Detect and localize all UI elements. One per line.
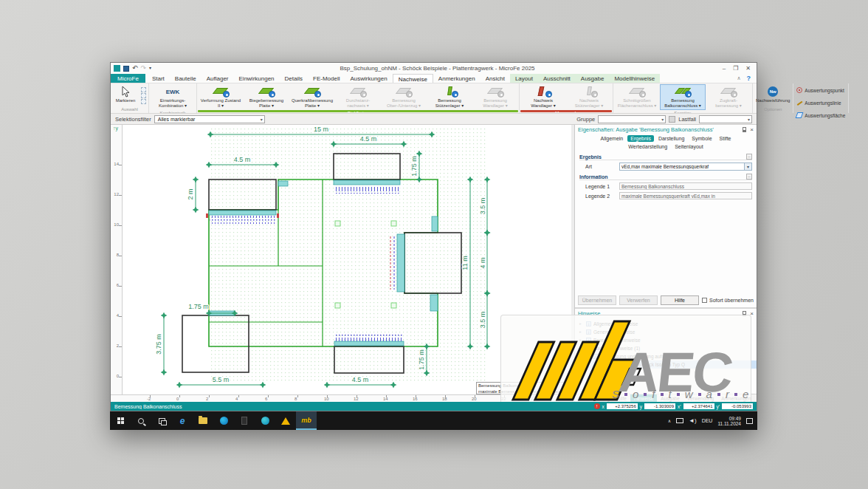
collapse-icon[interactable]: – — [746, 154, 752, 160]
tab-nachweise[interactable]: Nachweise — [393, 74, 433, 83]
ruler-label: 12 — [114, 192, 119, 196]
coord-label: y' — [717, 404, 720, 409]
tab-start[interactable]: Start — [147, 74, 170, 83]
close-panel-icon[interactable]: × — [750, 126, 754, 133]
properties-tab-stifte[interactable]: Stifte — [717, 135, 734, 142]
projektmanager-icon[interactable] — [275, 411, 296, 430]
evpoint-icon — [796, 84, 802, 96]
software-text: Software — [612, 388, 748, 400]
task-view-icon[interactable] — [151, 411, 172, 430]
ribbon: MarkierenAuswahlEWKEinwirkungs-Kombinati… — [111, 83, 757, 114]
sofort-uebernehmen-checkbox[interactable] — [702, 298, 707, 303]
legende1-field[interactable]: Bemessung Balkonanschluss — [619, 182, 752, 190]
tab-auswirkungen[interactable]: Auswirkungen — [345, 74, 392, 83]
close-button[interactable]: ✕ — [745, 65, 751, 72]
hilfe-button[interactable]: Hilfe — [661, 295, 699, 305]
ruler-label: 0 — [117, 374, 119, 378]
coord-label: x' — [678, 404, 681, 409]
language-indicator[interactable]: DEU — [702, 418, 713, 423]
properties-tab-wertedarstellung[interactable]: Wertedarstellung — [625, 143, 670, 150]
tab-modellhinweise[interactable]: Modellhinweise — [609, 74, 660, 83]
ewk-icon: EWK — [166, 86, 180, 98]
svg-text:4.5 m: 4.5 m — [234, 156, 251, 163]
properties-tabs-row2: WertedarstellungSeitenlayout — [575, 143, 757, 151]
help-icon[interactable]: ? — [747, 75, 751, 82]
internet-explorer-icon[interactable]: e — [172, 411, 193, 430]
start-button[interactable] — [110, 411, 131, 430]
ribbon-button-biegebemessung-platte[interactable]: Biegebemessung Platte ▾ — [244, 84, 289, 110]
properties-tab-seitenlayout[interactable]: Seitenlayout — [672, 143, 706, 150]
system-tray: ∧ ◄) DEU 09:49 11.11.2024 — [668, 411, 757, 430]
group-filter-icon[interactable] — [669, 116, 675, 123]
collapse-icon[interactable]: – — [746, 174, 752, 179]
display-icon[interactable] — [676, 418, 683, 423]
tab-bauteile[interactable]: Bauteile — [170, 74, 202, 83]
edge-icon[interactable] — [213, 411, 234, 430]
tab-einwirkungen[interactable]: Einwirkungen — [234, 74, 280, 83]
svg-text:2 m: 2 m — [187, 188, 194, 199]
ribbon-button-verformung-zustand-ii[interactable]: Verformung Zustand II ▾ — [198, 84, 244, 110]
violet-square-icon — [698, 393, 701, 396]
selection-filter-dropdown[interactable]: Alles markierbar ▾ — [154, 115, 265, 123]
tab-layout[interactable]: Layout — [510, 74, 538, 83]
ribbon-button-querkraftbemessung-platte[interactable]: Querkraftbemessung Platte ▾ — [289, 84, 335, 110]
properties-tab-allgemein[interactable]: Allgemein — [598, 135, 627, 142]
tab-details[interactable]: Details — [280, 74, 308, 83]
restore-button[interactable]: ❐ — [733, 65, 738, 72]
speaker-icon[interactable]: ◄) — [689, 417, 697, 424]
tab-ansicht[interactable]: Ansicht — [480, 74, 510, 83]
gruppe-dropdown[interactable]: ▾ — [598, 115, 666, 123]
minimize-button[interactable]: – — [723, 65, 726, 72]
properties-tabs-row1: AllgemeinErgebnisDarstellungSymboleStift… — [575, 134, 757, 143]
ribbon-button-einwirkungs-kombination[interactable]: EWKEinwirkungs-Kombination ▾ — [150, 84, 196, 110]
tab-auflager[interactable]: Auflager — [202, 74, 234, 83]
ribbon-button-auswertungsfläche[interactable]: Auswertungsfläche — [794, 109, 847, 121]
tab-ausschnitt[interactable]: Ausschnitt — [538, 74, 576, 83]
undo-icon[interactable]: ↶ — [132, 65, 138, 72]
svg-text:4.5 m: 4.5 m — [360, 135, 377, 143]
tab-fe-modell[interactable]: FE-Modell — [308, 74, 345, 83]
ribbon-button-markieren[interactable]: Markieren — [111, 84, 140, 106]
ribbon-button-bemessung-stützenlager[interactable]: Bemessung Stützenlager ▾ — [427, 84, 472, 110]
ribbon-button-nachweis-wandlager[interactable]: Nachweis Wandlager ▾ — [520, 84, 566, 110]
ribbon-button-label: Auswertungsfläche — [805, 113, 845, 118]
lastfall-dropdown[interactable]: ▾ — [699, 115, 752, 123]
ribbon-button-bemessung-balkonanschluss[interactable]: Bemessung Balkonanschluss ▾ — [660, 84, 706, 110]
time: 09:49 — [717, 416, 741, 421]
tab-microfe[interactable]: MicroFe — [111, 74, 145, 83]
properties-tab-ergebnis[interactable]: Ergebnis — [627, 135, 654, 142]
ribbon-button-label: Nachweis Stützenlager ▾ — [568, 98, 610, 109]
file-explorer-icon[interactable] — [193, 411, 213, 430]
ribbon-button-label: Zugkraft- bemessung ▾ — [708, 98, 749, 109]
action-center-icon[interactable] — [746, 418, 753, 424]
ruler-label: 14 — [114, 162, 119, 166]
section-label: Information — [579, 174, 746, 179]
qat-dropdown-icon[interactable]: ▾ — [149, 65, 151, 72]
ribbon-group-caption: Optionen — [753, 106, 793, 113]
ribbon-collapse-icon[interactable]: ∧ — [737, 75, 740, 81]
section-ergebnis: Ergebnis – — [579, 154, 752, 160]
browser-icon[interactable] — [255, 411, 275, 430]
properties-header: Eigenschaften: Ausgabe 'Bemessung Balkon… — [575, 125, 757, 134]
search-icon[interactable] — [131, 411, 151, 430]
properties-tab-symbole[interactable]: Symbole — [689, 135, 714, 142]
legende2-field[interactable]: maximale Bemessungsquerkraft vEd,max in — [619, 192, 752, 199]
app-icon[interactable] — [114, 65, 120, 72]
ribbon-button-nachweisführung[interactable]: NwNachweisführung — [754, 84, 792, 106]
software-letter: t — [669, 388, 672, 400]
tab-anmerkungen[interactable]: Anmerkungen — [433, 74, 480, 83]
properties-tab-darstellung[interactable]: Darstellung — [655, 135, 687, 142]
tab-ausgabe[interactable]: Ausgabe — [576, 74, 610, 83]
microfe-taskbar-icon[interactable]: mb — [296, 411, 317, 430]
pin-icon[interactable] — [743, 127, 746, 132]
svg-text:3.75 m: 3.75 m — [155, 334, 162, 355]
clock[interactable]: 09:49 11.11.2024 — [717, 416, 741, 426]
tray-expand-icon[interactable]: ∧ — [668, 418, 671, 423]
document-app-icon[interactable] — [234, 411, 255, 430]
save-icon[interactable] — [123, 66, 129, 72]
coord-label: x — [602, 404, 604, 409]
art-dropdown[interactable]: vEd,max maximale Bemessungsquerkraf ▾ — [619, 163, 752, 171]
selection-mode-icons[interactable] — [140, 84, 148, 106]
ribbon-button-auswertungspunkt[interactable]: Auswertungspunkt — [794, 84, 847, 96]
ribbon-button-auswertungslinie[interactable]: Auswertungslinie — [794, 97, 847, 109]
